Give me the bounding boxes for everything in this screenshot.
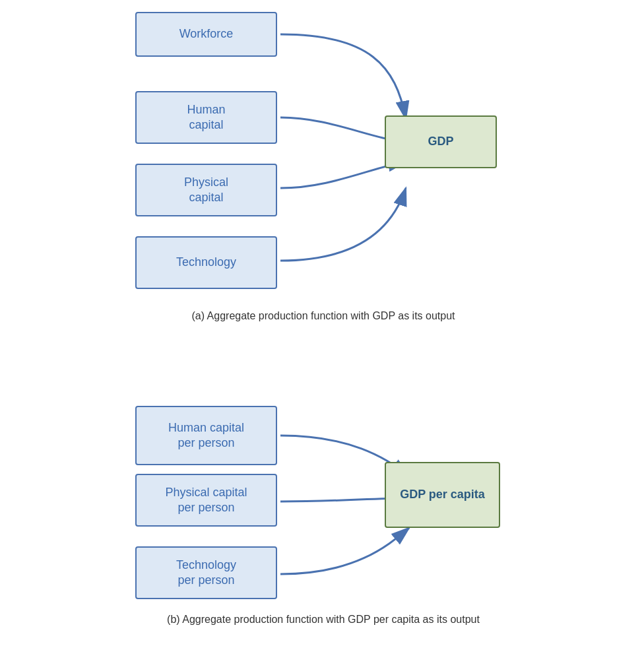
caption-a: (a) Aggregate production function with G… — [66, 310, 581, 322]
human-capital-pp-box: Human capitalper person — [135, 406, 277, 465]
workforce-box: Workforce — [135, 12, 277, 57]
physical-capital-pp-box: Physical capitalper person — [135, 474, 277, 527]
technology-box: Technology — [135, 236, 277, 289]
caption-b: (b) Aggregate production function with G… — [40, 614, 607, 626]
technology-pp-box: Technologyper person — [135, 546, 277, 599]
physical-capital-box: Physicalcapital — [135, 164, 277, 216]
gdp-per-capita-box: GDP per capita — [385, 462, 500, 528]
diagram-container: Workforce Humancapital Physicalcapital T… — [0, 0, 644, 648]
arrows-svg — [0, 0, 644, 648]
gdp-box: GDP — [385, 115, 497, 168]
human-capital-box: Humancapital — [135, 91, 277, 144]
